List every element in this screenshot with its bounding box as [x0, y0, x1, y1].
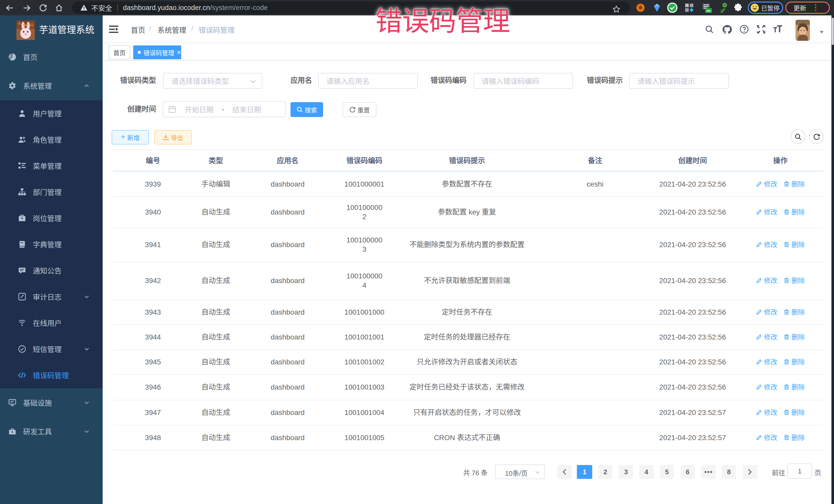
svg-text:on: on	[706, 9, 710, 13]
